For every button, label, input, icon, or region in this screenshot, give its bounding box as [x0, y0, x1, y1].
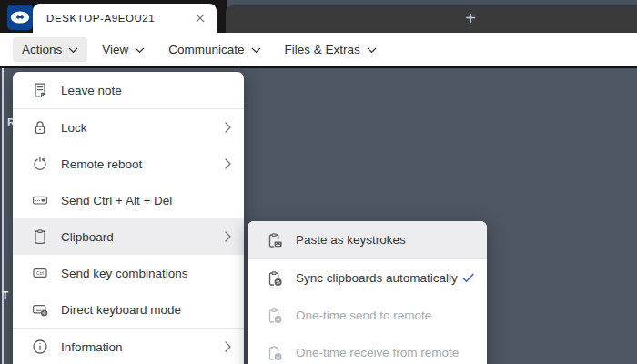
menubar-item-files-extras[interactable]: Files & Extras — [276, 37, 386, 62]
submenu-item-one-time-receive: One-time receive from remote — [248, 334, 487, 364]
chevron-right-icon — [225, 122, 231, 133]
reboot-icon — [31, 155, 49, 173]
menubar-label: Files & Extras — [285, 43, 360, 56]
checkmark-icon — [462, 273, 474, 283]
menu-item-label: One-time send to remote — [296, 308, 431, 322]
chevron-down-icon — [68, 47, 78, 54]
close-tab-icon[interactable] — [192, 10, 208, 26]
clipboard-send-icon — [266, 307, 284, 325]
menu-item-label: Leave note — [61, 84, 122, 97]
menu-bar: Actions View Communicate Files & Extras — [0, 33, 637, 66]
chevron-down-icon — [367, 47, 377, 54]
chevron-right-icon — [225, 158, 231, 169]
tab-strip-panel: + — [226, 5, 637, 33]
clipboard-submenu: Paste as keystrokes Sync clipboards auto… — [248, 221, 487, 364]
teamviewer-remote-window: R T + DESKTOP-A9EOU21 Actions View — [0, 0, 637, 364]
menubar-label: Actions — [22, 43, 62, 56]
keyboard-mode-icon — [31, 300, 49, 318]
menubar-item-actions[interactable]: Actions — [13, 37, 87, 62]
ctrl-alt-del-icon — [31, 191, 49, 209]
ctrl-key-icon: Ctrl — [31, 264, 49, 282]
menubar-bottom-border — [0, 66, 637, 68]
menu-item-lock[interactable]: Lock — [13, 109, 244, 146]
menu-item-label: Sync clipboards automatically — [296, 271, 458, 285]
note-icon — [31, 81, 49, 99]
menu-item-send-ctrl-alt-del[interactable]: Send Ctrl + Alt + Del — [13, 182, 244, 218]
menu-item-label: Information — [61, 340, 123, 354]
desktop-window-border — [2, 68, 4, 364]
actions-dropdown-menu: Leave note Lock — [13, 72, 244, 364]
chevron-down-icon — [251, 47, 261, 54]
submenu-item-one-time-send: One-time send to remote — [248, 297, 487, 334]
clipboard-keystrokes-icon — [266, 231, 284, 249]
clipboard-receive-icon — [266, 344, 284, 362]
menu-item-clipboard[interactable]: Clipboard — [13, 218, 244, 255]
menu-item-information[interactable]: Information — [13, 329, 244, 364]
chevron-down-icon — [135, 47, 145, 54]
menu-item-label: Clipboard — [61, 230, 114, 244]
menu-item-remote-reboot[interactable]: Remote reboot — [13, 146, 244, 182]
session-tab[interactable]: DESKTOP-A9EOU21 — [33, 4, 217, 33]
teamviewer-logo — [7, 5, 33, 30]
menu-item-label: Remote reboot — [61, 157, 142, 171]
menubar-label: Communicate — [168, 43, 244, 56]
clipboard-sync-icon — [266, 269, 284, 288]
menu-item-label: Paste as keystrokes — [296, 233, 406, 247]
background-letter-fragment: T — [2, 289, 8, 302]
menu-item-direct-keyboard-mode[interactable]: Direct keyboard mode — [13, 291, 244, 328]
menu-item-send-key-combinations[interactable]: Ctrl Send key combinations — [13, 255, 244, 291]
menubar-item-view[interactable]: View — [93, 37, 154, 62]
clipboard-icon — [31, 228, 49, 246]
submenu-item-paste-as-keystrokes[interactable]: Paste as keystrokes — [248, 221, 487, 258]
submenu-item-sync-clipboards[interactable]: Sync clipboards automatically — [248, 259, 487, 297]
menubar-item-communicate[interactable]: Communicate — [159, 37, 269, 62]
ctrl-key-text: Ctrl — [36, 270, 45, 276]
menu-item-label: Send key combinations — [61, 267, 188, 280]
chevron-right-icon — [225, 341, 231, 352]
session-tab-title: DESKTOP-A9EOU21 — [46, 4, 155, 33]
new-tab-button[interactable]: + — [459, 5, 482, 33]
info-icon — [31, 338, 49, 356]
menu-item-leave-note[interactable]: Leave note — [13, 72, 244, 108]
menu-item-label: Send Ctrl + Alt + Del — [61, 194, 172, 207]
lock-icon — [31, 118, 49, 136]
chevron-right-icon — [225, 231, 231, 242]
menu-item-label: One-time receive from remote — [296, 346, 459, 359]
menubar-label: View — [102, 43, 128, 56]
menu-item-label: Lock — [61, 121, 87, 135]
menu-item-label: Direct keyboard mode — [61, 303, 181, 317]
